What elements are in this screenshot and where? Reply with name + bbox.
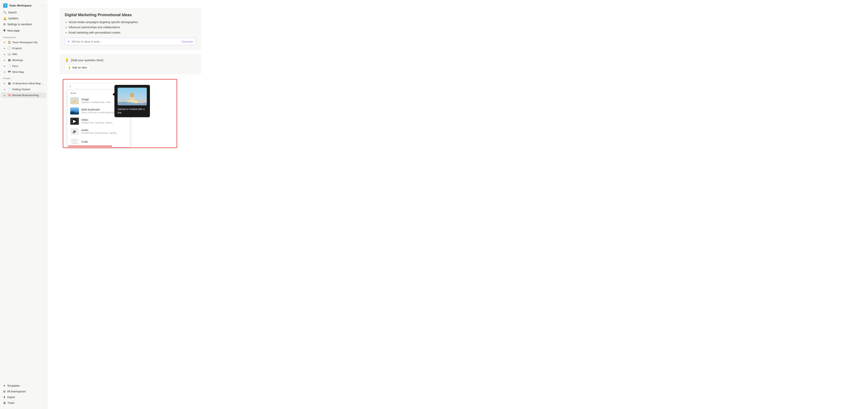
- home-icon: 🏠: [7, 40, 11, 44]
- video-thumbnail: ▶: [70, 118, 79, 125]
- sidebar-label-updates: Updates: [8, 17, 18, 20]
- chevron-icon: ▶: [3, 64, 6, 67]
- sidebar-item-meetings[interactable]: ▶ ▦ Meetings: [1, 57, 46, 63]
- slash-item-audio-title: Audio: [81, 128, 118, 132]
- table-icon: ▦: [7, 82, 11, 85]
- chevron-icon: ▶: [3, 47, 6, 50]
- slash-item-web-bookmark[interactable]: Web bookmark Save a link as a visual boo…: [67, 106, 130, 116]
- grid-icon: ⊞: [3, 390, 5, 393]
- slash-item-bookmark-text: Web bookmark Save a link as a visual boo…: [81, 108, 116, 114]
- brain-icon: 🧠: [7, 93, 11, 97]
- sidebar-item-remote-brainstorming[interactable]: ▶ 🧠 Remote Brainstorming: [1, 92, 46, 98]
- sidebar-item-wiki[interactable]: ▶ 📖 Wiki: [1, 51, 46, 57]
- sidebar-label-mind-map: Mind Map: [12, 70, 24, 74]
- sidebar-item-new-page[interactable]: ✚ New page: [1, 27, 46, 34]
- import-icon: ⬇: [3, 396, 5, 399]
- sidebar-label-new-page: New page: [7, 29, 20, 32]
- chevron-icon: ▶: [3, 58, 6, 62]
- sidebar-item-mind-map[interactable]: ▶ 🗺 Mind Map: [1, 69, 46, 75]
- sidebar-label-ai-brainstorm: AI Brainstorm Mind Map ...: [12, 82, 44, 85]
- slash-item-code-text: Code: [81, 140, 88, 143]
- sidebar-item-ai-brainstorm[interactable]: ▶ ▦ AI Brainstorm Mind Map ...: [1, 81, 46, 86]
- arrow-right-icon: ➤: [114, 98, 118, 103]
- slash-command-popup[interactable]: / Media: [67, 83, 130, 147]
- main-content: Digital Marketing Promotional Ideas Soci…: [48, 0, 868, 409]
- page-icon: 📄: [7, 87, 11, 91]
- svg-point-12: [131, 93, 134, 96]
- web-bookmark-thumbnail: [70, 107, 79, 115]
- question-row: 💡 [Add your question here]: [65, 58, 196, 62]
- teamspaces-label: Teamspaces: [0, 34, 47, 39]
- ai-input-row: ✦ Generate: [65, 38, 196, 45]
- sidebar-item-search[interactable]: 🔍 Search: [1, 10, 46, 15]
- workspace-avatar: T: [3, 3, 7, 8]
- workspace-name: Team Workspace: [9, 4, 32, 7]
- templates-icon: ✦: [3, 384, 5, 387]
- projects-icon: [7, 47, 11, 50]
- slash-item-video-text: Video Embed from YouTube, Vimeo...: [81, 118, 114, 124]
- slash-item-image-desc: Upload or embed with a link.: [81, 101, 111, 104]
- bullet-2: Influencer partnerships and collaboratio…: [69, 25, 196, 29]
- sidebar-item-projects[interactable]: ▶ Projects: [1, 46, 46, 51]
- svg-point-11: [130, 94, 134, 100]
- sidebar-label-docs: Docs: [12, 64, 18, 67]
- slash-item-code[interactable]: 1 const a 2 = 5 3 let b Code: [67, 137, 130, 147]
- sidebar-item-import[interactable]: ⬇ Import: [1, 395, 46, 400]
- slash-item-audio-text: Audio Embed from SoundCloud, Spotify...: [81, 128, 118, 135]
- slash-menu: Media: [67, 90, 130, 147]
- slash-item-audio-desc: Embed from SoundCloud, Spotify...: [81, 132, 118, 135]
- slash-item-bookmark-title: Web bookmark: [81, 108, 116, 111]
- chevron-icon: ▶: [3, 93, 6, 97]
- add-idea-icon: 💡: [68, 66, 71, 69]
- bullet-1: Social media campaigns targeting specifi…: [69, 20, 196, 24]
- chevron-icon: ▶: [3, 82, 6, 85]
- workspace-chevron: ⌄: [42, 4, 44, 7]
- wiki-icon: 📖: [7, 52, 11, 56]
- spark-icon: ✦: [67, 40, 70, 43]
- audio-thumbnail: 🔊: [70, 128, 79, 135]
- sidebar-label-templates: Templates: [7, 384, 20, 387]
- slash-item-video-title: Video: [81, 118, 114, 121]
- sidebar-item-getting-started[interactable]: ▶ 📄 Getting Started: [1, 86, 46, 92]
- question-text: [Add your question here]: [71, 58, 103, 62]
- workspace-header[interactable]: T Team Workspace ⌄: [1, 2, 46, 9]
- slash-item-image[interactable]: Image Upload or embed with a link. ➤: [67, 95, 130, 106]
- search-icon: 🔍: [3, 11, 6, 14]
- sidebar-item-all-teamspaces[interactable]: ⊞ All teamspaces: [1, 389, 46, 394]
- sidebar-item-updates[interactable]: 🔔 Updates: [1, 16, 46, 21]
- sidebar-item-templates[interactable]: ✦ Templates: [1, 383, 46, 388]
- slash-section-media: Media: [67, 90, 130, 95]
- sidebar-label-wiki: Wiki: [12, 53, 18, 56]
- add-idea-button[interactable]: 💡 Add an idea: [65, 64, 90, 70]
- add-idea-label: Add an idea: [72, 66, 87, 69]
- slash-item-image-title: Image: [81, 98, 111, 101]
- sidebar-item-settings[interactable]: ⚙ Settings & members: [1, 22, 46, 27]
- docs-icon: 📄: [7, 64, 11, 68]
- slash-input-line: /: [67, 83, 130, 90]
- slash-item-video-desc: Embed from YouTube, Vimeo...: [81, 121, 114, 124]
- play-icon: ▶: [72, 118, 77, 124]
- sidebar-label-projects: Projects: [12, 47, 22, 50]
- sidebar-item-trash[interactable]: 🗑 Trash: [1, 400, 46, 406]
- bullet-3: Email marketing with personalized conten…: [69, 30, 196, 35]
- sidebar-item-docs[interactable]: ▶ 📄 Docs: [1, 63, 46, 69]
- svg-point-2: [73, 98, 75, 100]
- slash-item-image-text: Image Upload or embed with a link.: [81, 98, 111, 104]
- generate-button[interactable]: Generate: [182, 40, 193, 43]
- slash-item-code-title: Code: [81, 140, 88, 143]
- chevron-icon: ▶: [3, 88, 6, 91]
- bulb-icon: 💡: [65, 58, 69, 62]
- private-label: Private: [0, 75, 47, 80]
- sidebar-label-getting-started: Getting Started: [12, 88, 30, 91]
- ai-text-input[interactable]: [71, 40, 180, 43]
- slash-item-bookmark-desc: Save a link as a visual bookmark.: [81, 111, 116, 114]
- sidebar-item-team-hq[interactable]: ▶ 🏠 Team Workspace HQ: [1, 39, 46, 45]
- slash-item-audio[interactable]: 🔊 Audio Embed from SoundCloud, Spotify..…: [67, 126, 130, 137]
- meetings-icon: ▦: [7, 58, 11, 62]
- sidebar-label-import: Import: [7, 396, 15, 399]
- chevron-icon: ▶: [3, 53, 6, 56]
- ai-card-bullets: Social media campaigns targeting specifi…: [65, 20, 196, 35]
- slash-item-video[interactable]: ▶ Video Embed from YouTube, Vimeo...: [67, 116, 130, 126]
- plus-icon: ✚: [3, 29, 6, 32]
- chevron-icon: ▶: [3, 70, 6, 74]
